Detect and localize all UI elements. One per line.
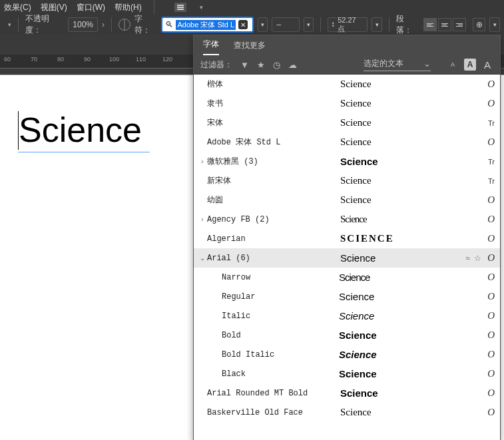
font-family-dropdown[interactable]: ▾ xyxy=(258,17,268,32)
font-row[interactable]: Adobe 宋体 Std LScienceO xyxy=(194,132,500,152)
font-row[interactable]: 宋体ScienceTr xyxy=(194,113,500,132)
font-row[interactable]: BlackScienceO xyxy=(194,364,500,383)
warp-dropdown[interactable]: ▾ xyxy=(489,17,500,32)
font-row[interactable]: ›微软雅黑 (3)ScienceTr xyxy=(194,152,500,171)
font-name: Italic xyxy=(222,312,339,321)
star-outline-icon[interactable]: ☆ xyxy=(474,254,481,263)
font-type-badge: O xyxy=(477,214,495,225)
font-row[interactable]: Arial Rounded MT BoldScienceO xyxy=(194,383,500,403)
opacity-value: 100% xyxy=(73,20,93,29)
font-type-badge: Tr xyxy=(477,158,495,166)
separator xyxy=(389,17,389,32)
font-row[interactable]: RegularScienceO xyxy=(194,287,500,306)
font-sample: Science xyxy=(340,79,477,90)
dash-value: – xyxy=(276,20,281,29)
clear-icon[interactable]: ✕ xyxy=(238,20,248,29)
font-row[interactable]: 新宋体ScienceTr xyxy=(194,171,500,190)
font-row[interactable]: 隶书ScienceO xyxy=(194,94,500,113)
workspace-icon[interactable] xyxy=(174,3,186,12)
font-type-badge: O xyxy=(477,387,495,399)
font-style-dropdown[interactable]: ▾ xyxy=(304,17,314,32)
chevron-down-icon[interactable]: ▾ xyxy=(8,21,11,28)
font-size-dropdown[interactable]: ▾ xyxy=(372,17,382,32)
selection-underline xyxy=(18,151,150,152)
font-row[interactable]: Bold ItalicScienceO xyxy=(194,345,500,364)
tab-font[interactable]: 字体 xyxy=(203,39,219,55)
font-row[interactable]: ItalicScienceO xyxy=(194,306,500,326)
font-row[interactable]: NarrowScienceO xyxy=(194,268,500,287)
font-list[interactable]: 楷体ScienceO隶书ScienceO宋体ScienceTrAdobe 宋体 … xyxy=(194,75,500,440)
font-family-input[interactable]: 🔍︎ Adobe 宋体 Std L ✕ xyxy=(161,17,253,33)
font-size-field[interactable]: ▲▼ 52.27 点 xyxy=(328,17,368,32)
font-type-badge: Tr xyxy=(477,177,495,185)
canvas-text[interactable]: Science xyxy=(19,110,142,150)
star-icon[interactable]: ★ xyxy=(257,60,265,70)
font-sample: Science xyxy=(339,349,477,360)
globe-icon[interactable] xyxy=(119,19,130,31)
chevron-down-icon: ▾ xyxy=(200,4,203,11)
align-center-button[interactable] xyxy=(438,18,451,31)
ruler-num: 110 xyxy=(136,56,146,63)
align-right-button[interactable] xyxy=(453,18,466,31)
clock-icon[interactable]: ◷ xyxy=(273,60,280,70)
opacity-field[interactable]: 100% xyxy=(68,17,98,32)
preview-medium[interactable]: A xyxy=(464,59,476,71)
font-type-badge: O xyxy=(477,349,495,360)
play-icon[interactable]: › xyxy=(102,20,105,29)
warp-text-button[interactable]: ⊕ xyxy=(473,18,486,31)
font-row[interactable]: Baskerville Old FaceScienceO xyxy=(194,403,500,422)
app-window: 效果(C) 视图(V) 窗口(W) 帮助(H) ▾ ▾ 不透明度： 100% ›… xyxy=(0,0,504,440)
menu-window[interactable]: 窗口(W) xyxy=(77,2,105,13)
font-row[interactable]: BoldScienceO xyxy=(194,326,500,345)
font-sample: Science xyxy=(340,98,477,109)
spinner-arrows[interactable]: ▲▼ xyxy=(331,21,335,28)
expand-icon[interactable]: › xyxy=(198,158,207,165)
font-row[interactable]: 楷体ScienceO xyxy=(194,75,500,94)
opacity-label: 不透明度： xyxy=(25,13,64,36)
font-type-badge: O xyxy=(477,368,495,379)
font-sample: Science xyxy=(340,156,477,167)
menu-effects[interactable]: 效果(C) xyxy=(4,2,31,13)
font-name: 楷体 xyxy=(207,79,340,90)
font-sample: Science xyxy=(339,272,477,283)
align-left-button[interactable] xyxy=(423,18,437,31)
expand-icon[interactable]: ⌄ xyxy=(198,254,207,262)
font-row[interactable]: AlgerianSCIENCEO xyxy=(194,229,500,248)
font-panel-filter-bar: 过滤器： ▼ ★ ◷ ☁ 选定的文本 ⌄ A A A xyxy=(194,55,500,75)
font-name: 隶书 xyxy=(207,98,340,109)
ruler-num: 70 xyxy=(31,56,37,63)
font-row[interactable]: 幼圆ScienceO xyxy=(194,190,500,210)
expand-icon[interactable]: › xyxy=(198,216,207,223)
font-name: 幼圆 xyxy=(207,194,340,206)
text-content: Science xyxy=(19,110,142,149)
tab-find-more[interactable]: 查找更多 xyxy=(234,40,266,55)
search-icon: 🔍︎ xyxy=(165,20,173,29)
menubar: 效果(C) 视图(V) 窗口(W) 帮助(H) ▾ xyxy=(0,0,504,15)
font-row[interactable]: ›Agency FB (2)ScienceO xyxy=(194,210,500,229)
preview-small[interactable]: A xyxy=(447,59,459,71)
font-type-badge: O xyxy=(477,407,495,418)
preview-large[interactable]: A xyxy=(481,59,493,71)
font-type-badge: O xyxy=(477,272,495,283)
similar-icon[interactable]: ≈ xyxy=(465,254,470,263)
font-style-select[interactable]: – xyxy=(272,17,299,32)
separator xyxy=(154,0,154,15)
font-name: 微软雅黑 (3) xyxy=(207,156,340,167)
font-sample: SCIENCE xyxy=(340,233,477,244)
cloud-icon[interactable]: ☁ xyxy=(288,60,297,70)
font-row[interactable]: ⌄Arial (6)Science≈☆O xyxy=(194,248,500,268)
font-name: Arial Rounded MT Bold xyxy=(207,389,340,398)
preview-text-select[interactable]: 选定的文本 ⌄ xyxy=(364,58,431,71)
font-family-value: Adobe 宋体 Std L xyxy=(176,20,236,30)
char-label: 字符： xyxy=(134,13,158,36)
separator xyxy=(320,17,321,32)
ruler-num: 60 xyxy=(4,56,11,63)
font-type-badge: O xyxy=(477,136,495,148)
font-size-value: 52.27 点 xyxy=(338,16,364,34)
align-group xyxy=(423,18,466,31)
font-name: Algerian xyxy=(207,234,340,244)
menu-view[interactable]: 视图(V) xyxy=(41,2,67,13)
font-name: 宋体 xyxy=(207,117,340,128)
menu-help[interactable]: 帮助(H) xyxy=(115,2,142,13)
funnel-icon[interactable]: ▼ xyxy=(240,60,249,70)
